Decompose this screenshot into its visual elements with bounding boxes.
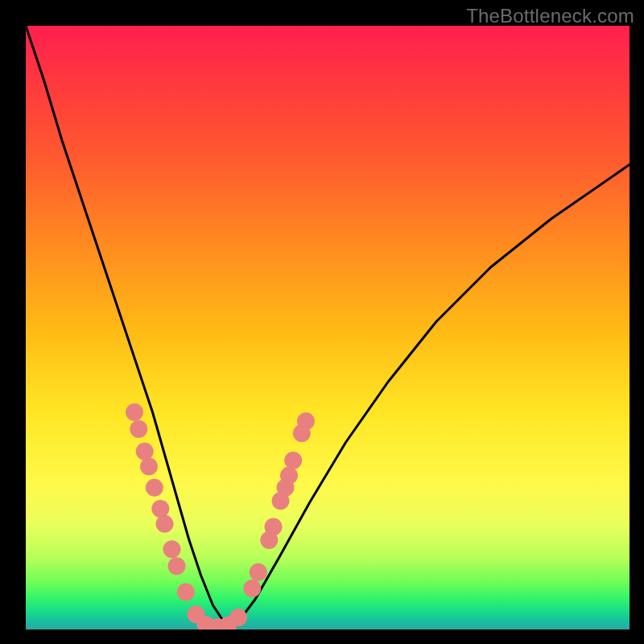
highlight-dot [140, 458, 158, 476]
highlight-dot [177, 584, 195, 601]
highlight-dot [265, 518, 283, 536]
highlight-dot [163, 540, 181, 558]
highlight-dot [284, 452, 302, 469]
bottleneck-curve [26, 26, 630, 624]
highlight-dots [126, 403, 315, 630]
curve-layer [26, 26, 630, 630]
highlight-dot [146, 479, 163, 497]
highlight-dot [168, 557, 186, 575]
chart-frame: TheBottleneck.com [0, 0, 644, 644]
watermark-label: TheBottleneck.com [466, 5, 634, 27]
highlight-dot [243, 580, 261, 597]
highlight-dot [130, 420, 147, 438]
highlight-dot [156, 515, 174, 533]
highlight-dot [280, 467, 298, 485]
highlight-dot [229, 609, 247, 626]
highlight-dot [297, 412, 315, 430]
highlight-dot [126, 403, 143, 421]
highlight-dot [136, 443, 154, 460]
highlight-dot [250, 564, 267, 581]
plot-area [26, 26, 630, 630]
highlight-dot [151, 500, 169, 518]
